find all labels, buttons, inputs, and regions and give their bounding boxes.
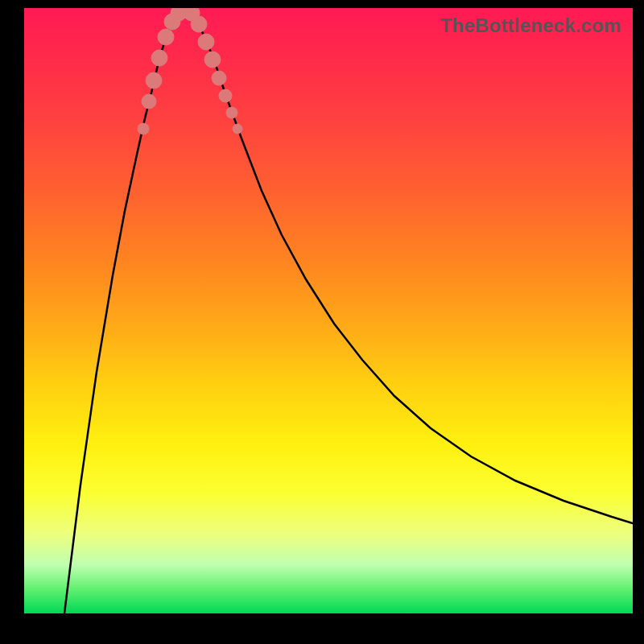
- highlight-marker: [198, 34, 214, 50]
- markers-layer: [24, 8, 633, 613]
- highlight-marker: [151, 50, 167, 66]
- highlight-marker: [158, 29, 174, 45]
- highlight-markers: [138, 8, 242, 134]
- highlight-marker: [146, 72, 162, 89]
- plot-area: TheBottleneck.com: [24, 8, 633, 613]
- highlight-marker: [233, 124, 242, 134]
- chart-frame: TheBottleneck.com: [0, 0, 644, 644]
- highlight-marker: [226, 107, 237, 118]
- highlight-marker: [191, 16, 207, 32]
- highlight-marker: [204, 52, 221, 68]
- highlight-marker: [142, 94, 156, 109]
- highlight-marker: [212, 71, 226, 85]
- highlight-marker: [138, 123, 149, 134]
- highlight-marker: [219, 89, 232, 102]
